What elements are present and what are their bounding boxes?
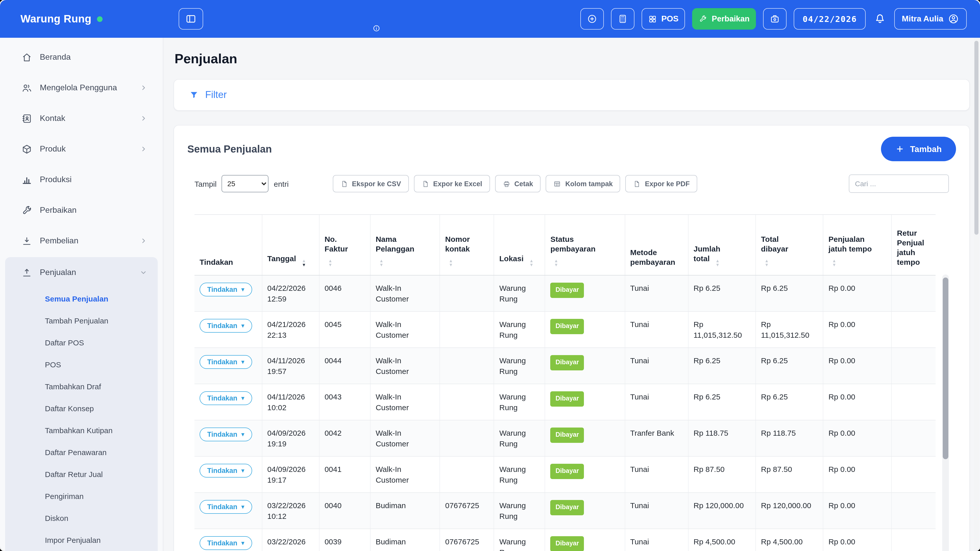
page-scrollbar-thumb[interactable] <box>974 41 978 235</box>
info-icon[interactable] <box>372 24 380 32</box>
calculator-button[interactable] <box>611 8 634 30</box>
columns-icon <box>554 180 561 187</box>
column-header-tanggal[interactable]: Tanggal ▲▼ <box>262 214 319 275</box>
sidebar-toggle-icon <box>185 13 197 24</box>
sidebar-subitem-daftar-pos[interactable]: Daftar POS <box>5 332 158 354</box>
sale-row-0044: Tindakan ▾04/11/2026 19:570044Walk-In Cu… <box>194 348 935 384</box>
row-action-button[interactable]: Tindakan ▾ <box>200 427 252 441</box>
sidebar-item-produksi[interactable]: Produksi <box>0 164 163 195</box>
column-header-no-faktur[interactable]: No. Faktur ▲▼ <box>319 214 370 275</box>
table-scrollbar-thumb[interactable] <box>943 278 948 459</box>
row-action-button[interactable]: Tindakan ▾ <box>200 536 252 550</box>
cell-date: 04/11/2026 19:57 <box>262 348 319 384</box>
column-header-lokasi[interactable]: Lokasi ▲▼ <box>494 214 545 275</box>
page-scrollbar[interactable] <box>974 38 979 550</box>
column-header-penjualan-jatuh-tempo[interactable]: Penjualan jatuh tempo ▲▼ <box>823 214 891 275</box>
sort-icon: ▲▼ <box>449 259 453 267</box>
brand-name: Warung Rung <box>21 13 91 25</box>
sidebar-subitem-semua-penjualan[interactable]: Semua Penjualan <box>5 288 158 310</box>
sale-row-0045: Tindakan ▾04/21/2026 22:130045Walk-In Cu… <box>194 311 935 348</box>
sort-icon: ▲▼ <box>529 259 534 267</box>
sidebar-subitem-tambahkan-draf[interactable]: Tambahkan Draf <box>5 375 158 397</box>
sale-row-0046: Tindakan ▾04/22/2026 12:590046Walk-In Cu… <box>194 275 935 311</box>
cell-action: Tindakan ▾ <box>194 275 262 311</box>
sidebar-subitem-tambahkan-kutipan[interactable]: Tambahkan Kutipan <box>5 419 158 441</box>
sort-icon: ▲▼ <box>715 259 720 267</box>
cell-due: Rp 0.00 <box>823 348 891 384</box>
sidebar-subitem-daftar-retur-jual[interactable]: Daftar Retur Jual <box>5 463 158 485</box>
sidebar-item-label: Kontak <box>40 114 65 123</box>
user-circle-icon <box>948 13 959 24</box>
sidebar-subitem-pos[interactable]: POS <box>5 354 158 375</box>
sort-icon: ▲▼ <box>765 259 769 267</box>
sidebar-subitem-diskon[interactable]: Diskon <box>5 507 158 529</box>
cell-due: Rp 0.00 <box>823 384 891 420</box>
cell-location: Warung Rung <box>494 420 545 456</box>
notifications-button[interactable] <box>873 12 887 26</box>
sidebar-item-label: Produk <box>40 144 65 154</box>
bar-chart-icon <box>21 174 32 185</box>
export-button-cetak[interactable]: Cetak <box>495 175 541 192</box>
sidebar-item-mengelola-pengguna[interactable]: Mengelola Pengguna <box>0 73 163 103</box>
cash-register-button[interactable] <box>763 8 787 30</box>
row-action-button[interactable]: Tindakan ▾ <box>200 355 252 369</box>
row-action-button[interactable]: Tindakan ▾ <box>200 391 252 405</box>
table-scrollbar[interactable] <box>942 275 949 551</box>
date-chip[interactable]: 04/22/2026 <box>794 8 865 30</box>
export-button-expor-ke-pdf[interactable]: Expor ke PDF <box>625 175 697 192</box>
search-input[interactable] <box>849 175 949 193</box>
column-header-jumlah-total[interactable]: Jumlah total ▲▼ <box>688 214 756 275</box>
cell-date: 03/22/2026 <box>262 529 319 551</box>
cell-due: Rp 0.00 <box>823 311 891 348</box>
row-action-button[interactable]: Tindakan ▾ <box>200 500 252 514</box>
column-header-nama-pelanggan[interactable]: Nama Pelanggan ▲▼ <box>370 214 440 275</box>
sidebar-subitem-tambah-penjualan[interactable]: Tambah Penjualan <box>5 310 158 332</box>
export-button-expor-ke-excel[interactable]: Expor ke Excel <box>414 175 490 192</box>
export-button-ekspor-ke-csv[interactable]: Ekspor ke CSV <box>332 175 409 192</box>
user-menu-button[interactable]: Mitra Aulia <box>894 8 967 30</box>
sidebar-subitem-impor-penjualan[interactable]: Impor Penjualan <box>5 529 158 551</box>
page-length-select[interactable]: 25 <box>222 175 269 192</box>
sidebar-subitem-daftar-konsep[interactable]: Daftar Konsep <box>5 397 158 419</box>
sidebar-item-produk[interactable]: Produk <box>0 134 163 164</box>
pos-button[interactable]: POS <box>641 8 685 30</box>
cell-contact <box>440 348 494 384</box>
row-action-button[interactable]: Tindakan ▾ <box>200 464 252 478</box>
sidebar-item-penjualan[interactable]: Penjualan <box>5 257 158 288</box>
row-action-button[interactable]: Tindakan ▾ <box>200 319 252 333</box>
filter-panel[interactable]: Filter <box>173 79 970 111</box>
sidebar-toggle-button[interactable] <box>179 8 203 30</box>
quick-add-button[interactable] <box>580 8 604 30</box>
sort-icon: ▲▼ <box>832 259 836 267</box>
sidebar-subitem-pengiriman[interactable]: Pengiriman <box>5 485 158 507</box>
column-header-total-dibayar[interactable]: Total dibayar ▲▼ <box>756 214 823 275</box>
pos-button-label: POS <box>661 14 679 24</box>
current-date: 04/22/2026 <box>803 14 857 24</box>
add-sale-button[interactable]: Tambah <box>881 137 956 161</box>
sidebar-item-kontak[interactable]: Kontak <box>0 103 163 134</box>
brand[interactable]: Warung Rung <box>0 13 163 25</box>
cell-total: Rp 6.25 <box>688 384 756 420</box>
cell-method: Tranfer Bank <box>625 420 688 456</box>
export-button-kolom-tampak[interactable]: Kolom tampak <box>546 175 620 192</box>
cell-date: 04/22/2026 12:59 <box>262 275 319 311</box>
sidebar-item-perbaikan[interactable]: Perbaikan <box>0 195 163 225</box>
cell-return_due <box>892 456 935 492</box>
sort-icon: ▲▼ <box>379 259 383 267</box>
export-button-label: Expor ke Excel <box>433 180 482 187</box>
column-header-nomor-kontak[interactable]: Nomor kontak ▲▼ <box>440 214 494 275</box>
sidebar-item-pembelian[interactable]: Pembelian <box>0 225 163 256</box>
sidebar-item-beranda[interactable]: Beranda <box>0 42 163 73</box>
add-sale-label: Tambah <box>910 144 942 154</box>
row-action-button[interactable]: Tindakan ▾ <box>200 283 252 297</box>
sales-table: TindakanTanggal ▲▼No. Faktur ▲▼Nama Pela… <box>194 214 935 551</box>
cell-return_due <box>892 275 935 311</box>
cell-contact: 07676725 <box>440 529 494 551</box>
repair-button[interactable]: Perbaikan <box>692 8 756 30</box>
cell-date: 04/11/2026 10:02 <box>262 384 319 420</box>
column-header-status-pembayaran[interactable]: Status pembayaran ▲▼ <box>545 214 625 275</box>
file-icon <box>340 180 348 187</box>
cell-return_due <box>892 420 935 456</box>
cell-paid: Rp 6.25 <box>756 384 823 420</box>
sidebar-subitem-daftar-penawaran[interactable]: Daftar Penawaran <box>5 441 158 463</box>
